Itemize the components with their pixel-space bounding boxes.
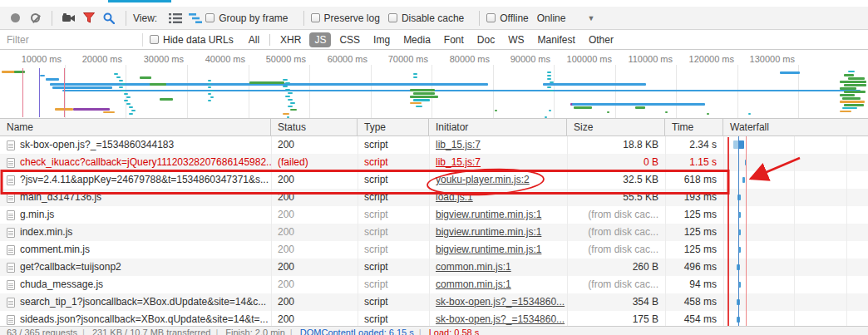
- initiator-link[interactable]: sk-box-open.js?_=1534860...: [436, 296, 565, 308]
- request-time-cell: 2.34 s: [665, 136, 723, 154]
- request-name-cell[interactable]: sk-box-open.js?_=1534860344183: [0, 136, 271, 154]
- column-separator: [665, 136, 666, 326]
- initiator-link[interactable]: common.min.js:1: [436, 278, 511, 290]
- overview-request-bar: [844, 74, 854, 76]
- overview-request-bar: [131, 110, 136, 111]
- overview-request-bar: [748, 113, 751, 115]
- overview-request-bar: [129, 113, 133, 115]
- initiator-link[interactable]: sk-box-open.js?_=1534860...: [436, 313, 565, 325]
- script-file-icon: [7, 158, 15, 168]
- column-header-time[interactable]: Time: [665, 119, 723, 135]
- filter-type-img[interactable]: Img: [368, 32, 395, 47]
- initiator-link[interactable]: load.js:1: [436, 191, 473, 203]
- initiator-link[interactable]: bigview.runtime.min.js:1: [436, 226, 541, 238]
- filter-bar: Hide data URLs AllXHRJSCSSImgMediaFontDo…: [0, 30, 868, 50]
- overview-request-bar: [413, 92, 435, 95]
- column-header-size[interactable]: Size: [567, 119, 665, 135]
- timeline-overview[interactable]: 10000 ms20000 ms30000 ms40000 ms50000 ms…: [0, 50, 868, 119]
- overview-request-bar: [844, 104, 864, 106]
- overview-request-bar: [126, 96, 131, 98]
- capture-screenshots-button[interactable]: [59, 9, 79, 27]
- request-name: check_ikuacc?callback=jQuery111203282076…: [20, 154, 271, 171]
- status-bar: 63 / 365 requests| 231 KB / 10.7 MB tran…: [0, 326, 868, 335]
- clear-button[interactable]: [25, 9, 45, 27]
- throttling-dropdown[interactable]: Online ▼: [537, 12, 595, 24]
- filter-type-doc[interactable]: Doc: [472, 32, 500, 47]
- filter-type-media[interactable]: Media: [398, 32, 436, 47]
- dom-content-loaded-time: DOMContentLoaded: 6.15 s: [300, 328, 414, 335]
- request-name-cell[interactable]: get?callback=tuijsonp2: [0, 259, 271, 276]
- disable-cache-checkbox[interactable]: Disable cache: [388, 12, 464, 24]
- view-list-button[interactable]: [165, 9, 185, 27]
- filter-type-ws[interactable]: WS: [503, 32, 529, 47]
- column-header-name[interactable]: Name: [0, 119, 271, 135]
- filter-type-css[interactable]: CSS: [334, 32, 365, 47]
- column-separator: [567, 136, 568, 326]
- request-status-cell: 200: [271, 171, 358, 189]
- column-header-initiator[interactable]: Initiator: [429, 119, 567, 135]
- filter-type-other[interactable]: Other: [584, 32, 619, 47]
- filter-type-js[interactable]: JS: [309, 32, 331, 47]
- filter-type-xhr[interactable]: XHR: [275, 32, 306, 47]
- request-size-cell: 0 B: [567, 154, 665, 171]
- initiator-link[interactable]: lib_15.js:7: [436, 139, 481, 150]
- script-file-icon: [7, 228, 15, 238]
- record-button[interactable]: [5, 9, 25, 27]
- filter-divider: [142, 33, 143, 47]
- view-waterfall-button[interactable]: [185, 9, 205, 27]
- overview-gridline: [309, 65, 310, 118]
- initiator-link[interactable]: lib_15.js:7: [436, 156, 481, 168]
- throttling-value: Online: [537, 12, 566, 24]
- overview-request-bar: [550, 81, 554, 83]
- overview-request-bar: [119, 86, 123, 88]
- filter-type-manifest[interactable]: Manifest: [533, 32, 580, 47]
- offline-checkbox[interactable]: Offline: [486, 12, 528, 24]
- request-name: comment.min.js: [20, 241, 90, 259]
- initiator-link[interactable]: common.min.js:1: [436, 261, 511, 273]
- initiator-link[interactable]: bigview.runtime.min.js:1: [436, 244, 541, 255]
- filter-type-all[interactable]: All: [244, 32, 264, 47]
- overview-gridline: [249, 65, 249, 118]
- toolbar-divider: [126, 11, 126, 26]
- overview-request-bar: [249, 81, 284, 84]
- request-name-cell[interactable]: sideads.json?jsoncallback=XBox.qUpdate&s…: [0, 311, 271, 326]
- request-initiator-cell: youku-player.min.js:2: [429, 171, 567, 189]
- filter-toggle-button[interactable]: [79, 9, 99, 27]
- overview-gridline: [187, 65, 188, 118]
- overview-request-bar: [290, 102, 295, 104]
- load-time: Load: 0.58 s: [429, 328, 480, 335]
- column-header-type[interactable]: Type: [358, 119, 429, 135]
- overview-request-bar: [52, 86, 112, 89]
- overview-request-bar: [119, 80, 123, 81]
- hide-data-urls-checkbox[interactable]: Hide data URLs: [150, 34, 234, 46]
- request-name-cell[interactable]: search_tip_1?jsoncallback=XBox.dUpdate&s…: [0, 293, 271, 311]
- request-name: get?callback=tuijsonp2: [20, 259, 121, 276]
- preserve-log-checkbox[interactable]: Preserve log: [311, 12, 380, 24]
- request-type-cell: script: [358, 311, 429, 326]
- filter-type-divider: [269, 34, 270, 46]
- column-header-waterfall[interactable]: Waterfall: [723, 119, 868, 135]
- overview-request-bar: [848, 71, 855, 72]
- filter-type-font[interactable]: Font: [439, 32, 469, 47]
- request-name: search_tip_1?jsoncallback=XBox.dUpdate&s…: [20, 293, 266, 311]
- overview-tick-label: 50000 ms: [266, 54, 306, 64]
- request-size-cell: 55.5 KB: [567, 189, 665, 206]
- request-time-cell: 94 ms: [665, 276, 723, 293]
- tab-strip-sliver: [0, 0, 868, 7]
- filter-input[interactable]: [7, 32, 136, 47]
- overview-request-bar: [208, 86, 211, 88]
- request-name-cell[interactable]: main_d3147136.js: [0, 189, 271, 206]
- column-header-status[interactable]: Status: [271, 119, 358, 135]
- initiator-link[interactable]: youku-player.min.js:2: [436, 174, 530, 185]
- request-name-cell[interactable]: check_ikuacc?callback=jQuery111203282076…: [0, 154, 271, 171]
- request-name-cell[interactable]: ?jsv=2.4.11&appKey=24679788&t=1534860347…: [0, 171, 271, 189]
- request-name-cell[interactable]: comment.min.js: [0, 241, 271, 259]
- request-name-cell[interactable]: g.min.js: [0, 206, 271, 224]
- column-separator: [794, 136, 795, 326]
- request-size-cell: 260 B: [567, 259, 665, 276]
- search-button[interactable]: [99, 9, 119, 27]
- request-name-cell[interactable]: index.min.js: [0, 224, 271, 241]
- initiator-link[interactable]: bigview.runtime.min.js:1: [436, 209, 541, 220]
- request-name-cell[interactable]: chuda_message.js: [0, 276, 271, 293]
- group-by-frame-checkbox[interactable]: Group by frame: [205, 12, 288, 24]
